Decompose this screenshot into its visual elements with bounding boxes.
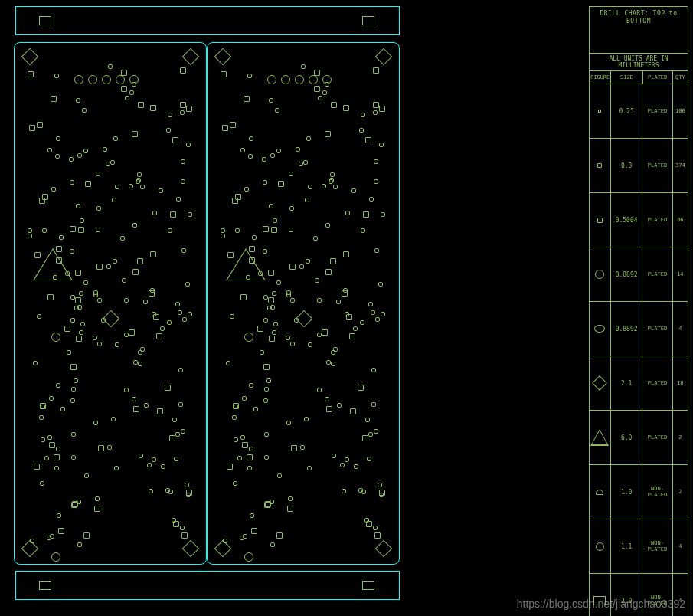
drill-via-icon	[59, 235, 64, 240]
drill-via-icon	[176, 197, 181, 202]
drill-via-icon	[276, 280, 281, 285]
drill-via-icon	[108, 64, 113, 69]
drill-circle-icon	[102, 75, 111, 84]
drill-via-icon	[120, 236, 125, 241]
drill-via-icon	[330, 258, 336, 264]
drill-via-icon	[42, 194, 48, 200]
drill-via-icon	[371, 402, 376, 407]
drill-via-icon	[378, 282, 383, 287]
drill-via-icon	[76, 204, 80, 208]
plated-cell: PLATED	[642, 356, 672, 410]
drill-via-icon	[114, 466, 119, 470]
drill-via-icon	[275, 108, 279, 113]
drill-via-icon	[129, 90, 134, 95]
half-icon	[596, 490, 603, 495]
drill-via-icon	[325, 131, 331, 137]
square-mark-icon	[362, 581, 374, 590]
drill-via-icon	[111, 417, 116, 421]
drill-via-icon	[152, 312, 156, 316]
drill-via-icon	[263, 364, 270, 370]
drill-via-icon	[286, 421, 291, 425]
drill-via-icon	[80, 218, 84, 223]
drill-via-icon	[181, 429, 185, 434]
drill-via-icon	[342, 489, 346, 493]
diamond-icon	[375, 540, 393, 558]
drill-via-icon	[269, 336, 275, 342]
drill-via-icon	[289, 228, 293, 232]
qty-cell: 106	[673, 84, 688, 138]
watermark: https://blog.csdn.net/jiangchao3392	[517, 598, 685, 610]
drill-via-icon	[265, 501, 271, 507]
drill-via-icon	[263, 226, 269, 232]
drill-via-icon	[169, 435, 175, 441]
drill-via-icon	[138, 102, 144, 108]
drill-via-icon	[288, 496, 293, 501]
drill-via-icon	[249, 246, 255, 252]
drill-via-icon	[290, 298, 295, 303]
drill-via-icon	[37, 122, 43, 128]
drill-via-icon	[132, 269, 139, 275]
drill-via-icon	[315, 278, 319, 283]
qty-cell: 14	[673, 247, 688, 301]
chart-row: 1.1NON-PLATED4	[590, 519, 688, 574]
drill-via-icon	[249, 383, 253, 388]
drill-via-icon	[235, 228, 240, 233]
drill-via-icon	[178, 368, 183, 372]
sq3-icon	[597, 163, 602, 168]
col-figure: FIGURE	[590, 71, 611, 84]
drill-via-icon	[354, 464, 358, 469]
drill-via-icon	[113, 136, 118, 141]
drill-via-icon	[101, 318, 106, 323]
drill-via-icon	[70, 364, 77, 370]
drill-via-icon	[107, 445, 112, 450]
col-qty: QTY	[673, 71, 688, 84]
drill-via-icon	[331, 362, 335, 366]
bottom-rail	[15, 571, 400, 600]
qty-cell: 2	[673, 465, 688, 519]
top-rail	[15, 6, 400, 35]
drill-via-icon	[264, 455, 269, 460]
drill-via-icon	[270, 153, 275, 158]
drill-via-icon	[230, 122, 236, 128]
drill-via-icon	[181, 248, 186, 253]
drill-via-icon	[74, 378, 78, 383]
drill-via-icon	[249, 447, 253, 451]
qty-cell: 4	[673, 302, 688, 356]
drill-via-icon	[221, 234, 225, 238]
drill-via-icon	[247, 466, 252, 470]
drill-via-icon	[121, 86, 127, 92]
drill-via-icon	[242, 396, 247, 401]
drill-via-icon	[359, 128, 364, 133]
drill-via-icon	[165, 385, 171, 391]
figure-cell	[590, 247, 611, 301]
drill-via-icon	[77, 305, 82, 310]
drill-via-icon	[150, 251, 156, 257]
drill-via-icon	[79, 330, 83, 335]
drill-chart: DRILL CHART: TOP to BOTTOM ALL UNITS ARE…	[589, 6, 688, 616]
drill-via-icon	[143, 300, 148, 304]
drill-via-icon	[76, 336, 82, 342]
drill-via-icon	[70, 398, 75, 403]
diamond-icon	[182, 48, 200, 66]
drill-via-icon	[160, 326, 165, 331]
drill-via-icon	[82, 108, 87, 113]
drill-via-icon	[260, 350, 264, 355]
drill-via-icon	[39, 415, 44, 420]
drill-via-icon	[287, 506, 293, 512]
diamond-icon	[21, 48, 39, 66]
figure-cell	[590, 193, 611, 247]
drill-via-icon	[49, 442, 55, 448]
drill-via-icon	[329, 179, 333, 184]
drill-via-icon	[96, 264, 103, 270]
chart-row: 0.8892PLATED14	[590, 247, 688, 302]
drill-via-icon	[358, 385, 364, 391]
drill-via-icon	[29, 125, 35, 131]
drill-via-icon	[330, 172, 335, 177]
drill-via-icon	[132, 82, 136, 87]
drill-via-icon	[374, 179, 378, 184]
drill-via-icon	[266, 378, 271, 383]
drill-circle-icon	[281, 75, 290, 84]
drill-circle-icon	[116, 75, 125, 84]
drill-via-icon	[147, 463, 152, 467]
drill-via-icon	[80, 322, 85, 326]
